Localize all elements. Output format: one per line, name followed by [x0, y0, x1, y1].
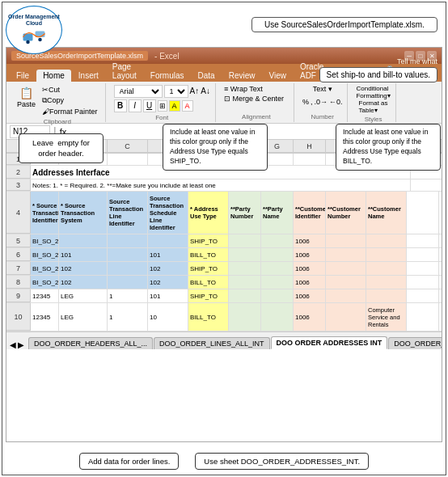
italic-button[interactable]: I	[129, 99, 142, 112]
cell-h8[interactable]: 1006	[294, 276, 326, 289]
cell-k9[interactable]	[407, 289, 439, 302]
cell-a9[interactable]: 12345	[31, 289, 59, 302]
tab-data[interactable]: Data	[192, 70, 222, 82]
comma-button[interactable]: ,	[311, 98, 313, 106]
cell-h10[interactable]: 1006	[294, 303, 326, 331]
cell-e8[interactable]: BILL_TO	[188, 276, 229, 289]
sheet-nav-right[interactable]: ▶	[18, 340, 24, 349]
cell-k7[interactable]	[407, 262, 439, 275]
cell-c1[interactable]	[108, 154, 148, 165]
cell-i10[interactable]	[326, 303, 366, 331]
cell-c5[interactable]	[108, 234, 148, 247]
cell-d6[interactable]: 101	[148, 248, 188, 261]
cell-d10[interactable]: 10	[148, 303, 188, 331]
cell-c9[interactable]: 1	[108, 289, 148, 302]
cell-g6[interactable]	[261, 248, 294, 261]
cell-b4[interactable]: * Source Transaction System	[59, 192, 108, 234]
cell-e4[interactable]: * Address Use Type	[188, 192, 229, 234]
font-size-select[interactable]: 10	[164, 85, 188, 98]
tab-home[interactable]: Home	[36, 70, 71, 82]
percent-button[interactable]: %	[302, 98, 309, 106]
cell-g9[interactable]	[261, 289, 294, 302]
format-painter-button[interactable]: 🖌 Format Painter	[40, 107, 100, 116]
cell-a10[interactable]: 12345	[31, 303, 59, 331]
sheet-tab-lines[interactable]: DOO_ORDER_LINES_ALL_INT	[154, 337, 270, 349]
sheet-tab-headers[interactable]: DOO_ORDER_HEADERS_ALL_...	[28, 337, 153, 349]
cell-d8[interactable]: 102	[148, 276, 188, 289]
cell-e5[interactable]: SHIP_TO	[188, 234, 229, 247]
cell-d4[interactable]: Source Transaction Schedule Line Identif…	[148, 192, 188, 234]
merge-center-button[interactable]: ⊡ Merge & Center	[224, 95, 284, 103]
cell-h9[interactable]: 1006	[294, 289, 326, 302]
sheet-nav-left[interactable]: ◀	[10, 340, 16, 349]
cell-f4[interactable]: **Party Number	[229, 192, 261, 234]
cell-g10[interactable]	[261, 303, 294, 331]
increase-decimal-button[interactable]: .0→	[314, 98, 328, 106]
grow-font-button[interactable]: A↑	[190, 87, 200, 95]
bold-button[interactable]: B	[114, 99, 127, 112]
cell-g7[interactable]	[261, 262, 294, 275]
sheet-tab-addresses[interactable]: DOO ORDER ADDRESSES INT	[271, 336, 388, 349]
cell-f6[interactable]	[229, 248, 261, 261]
cell-a5[interactable]: BI_SO_211(GPR	[31, 234, 59, 247]
font-name-select[interactable]: Arial	[114, 85, 163, 98]
conditional-formatting-button[interactable]: ConditionalFormatting▾	[356, 85, 390, 99]
cell-f8[interactable]	[229, 276, 261, 289]
decrease-decimal-button[interactable]: ←0.	[329, 98, 343, 106]
col-header-c[interactable]: C	[108, 140, 148, 153]
cell-k6[interactable]	[407, 248, 439, 261]
cell-a3[interactable]: Notes: 1. * = Required. 2. **=Make sure …	[31, 179, 411, 191]
cell-c6[interactable]	[108, 248, 148, 261]
border-button[interactable]: ⊞	[158, 100, 167, 112]
cell-i4[interactable]: **Customer Number	[326, 192, 366, 234]
copy-button[interactable]: ⧉ Copy	[40, 95, 100, 106]
tab-page-layout[interactable]: Page Layout	[106, 61, 143, 82]
cell-k4[interactable]	[407, 192, 439, 234]
tab-insert[interactable]: Insert	[72, 70, 105, 82]
cell-g8[interactable]	[261, 276, 294, 289]
cell-b5[interactable]	[59, 234, 108, 247]
cell-i5[interactable]	[326, 234, 366, 247]
cell-b8[interactable]: 102	[59, 276, 108, 289]
cell-b7[interactable]: 102	[59, 262, 108, 275]
number-format-select[interactable]: Text ▾	[313, 85, 332, 93]
shrink-font-button[interactable]: A↓	[201, 87, 210, 95]
cell-a4[interactable]: * Source Transaction Identifier	[31, 192, 59, 234]
cut-button[interactable]: ✂ Cut	[40, 85, 100, 95]
cell-h7[interactable]: 1006	[294, 262, 326, 275]
cell-c8[interactable]	[108, 276, 148, 289]
cell-k5[interactable]	[407, 234, 439, 247]
cell-h1[interactable]	[294, 154, 326, 165]
cell-j5[interactable]	[366, 234, 407, 247]
cell-j10[interactable]: Computer Service and Rentals	[366, 303, 407, 331]
cell-b9[interactable]: LEG	[59, 289, 108, 302]
cell-h6[interactable]: 1006	[294, 248, 326, 261]
cell-h5[interactable]: 1006	[294, 234, 326, 247]
cell-d7[interactable]: 102	[148, 262, 188, 275]
cell-j6[interactable]	[366, 248, 407, 261]
cell-f9[interactable]	[229, 289, 261, 302]
highlight-button[interactable]: A	[169, 100, 180, 112]
underline-button[interactable]: U	[143, 99, 156, 112]
cell-c10[interactable]: 1	[108, 303, 148, 331]
cell-i8[interactable]	[326, 276, 366, 289]
cell-a7[interactable]: BI_SO_211(GPR	[31, 262, 59, 275]
cell-d9[interactable]: 101	[148, 289, 188, 302]
cell-e7[interactable]: SHIP_TO	[188, 262, 229, 275]
cell-i7[interactable]	[326, 262, 366, 275]
cell-f7[interactable]	[229, 262, 261, 275]
cell-a6[interactable]: BI_SO_211(GPR	[31, 248, 59, 261]
cell-h4[interactable]: **Customer Identifier	[294, 192, 326, 234]
tab-file[interactable]: File	[10, 70, 36, 82]
tab-view[interactable]: View	[262, 70, 293, 82]
paste-button[interactable]: 📋 Paste	[15, 85, 38, 116]
cell-c4[interactable]: Source Transaction Line Identifier	[108, 192, 148, 234]
cell-j4[interactable]: **Customer Name	[366, 192, 407, 234]
sheet-tab-t[interactable]: DOO_ORDER_T...	[388, 337, 442, 349]
cell-j8[interactable]	[366, 276, 407, 289]
cell-e10[interactable]: BILL_TO	[188, 303, 229, 331]
cell-j9[interactable]	[366, 289, 407, 302]
col-header-h[interactable]: H	[294, 140, 326, 153]
cell-c7[interactable]	[108, 262, 148, 275]
cell-g4[interactable]: **Party Name	[261, 192, 294, 234]
